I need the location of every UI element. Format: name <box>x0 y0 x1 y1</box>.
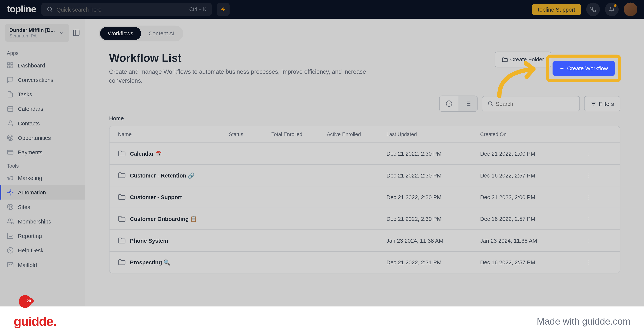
chevron-down-icon <box>59 30 65 36</box>
page-title: Workflow List <box>109 52 390 65</box>
row-updated: Dec 21 2022, 2:30 PM <box>386 215 480 222</box>
bell-icon <box>609 7 615 12</box>
svg-rect-6 <box>8 106 13 112</box>
nav-calendars[interactable]: Calendars <box>0 102 85 116</box>
tasks-icon <box>7 91 14 98</box>
list-icon <box>464 100 471 107</box>
row-updated: Dec 21 2022, 2:30 PM <box>386 172 480 178</box>
org-selector[interactable]: Dunder Mifflin [D... Scranton, PA <box>5 24 69 42</box>
bolt-icon <box>220 7 226 12</box>
nav-reporting[interactable]: Reporting <box>0 229 85 243</box>
tutorial-arrow-icon <box>495 60 542 98</box>
nav-helpdesk[interactable]: Help Desk <box>0 243 85 257</box>
svg-rect-2 <box>8 63 10 65</box>
plus-icon <box>560 66 565 71</box>
tutorial-highlight: Create Workflow <box>546 55 621 82</box>
col-status: Status <box>229 131 271 137</box>
row-updated: Dec 21 2022, 2:30 PM <box>386 150 480 157</box>
notifications-button[interactable] <box>605 3 618 16</box>
table-row[interactable]: Calendar 📅 Dec 21 2022, 2:30 PM Dec 21 2… <box>110 143 620 165</box>
row-more-button[interactable]: ⋮ <box>566 194 591 200</box>
dashboard-icon <box>7 62 14 69</box>
breadcrumb[interactable]: Home <box>99 115 631 126</box>
users-icon <box>7 218 14 225</box>
nav-opportunities[interactable]: Opportunities <box>0 131 85 145</box>
row-name: Customer - Retention 🔗 <box>130 172 194 178</box>
help-icon <box>7 247 14 254</box>
search-input[interactable] <box>56 6 186 13</box>
user-avatar[interactable] <box>624 3 637 16</box>
bolt-button[interactable] <box>217 3 229 16</box>
table-row[interactable]: Customer - Support Dec 21 2022, 2:30 PM … <box>110 186 620 208</box>
app-header: topline Ctrl + K topline Support <box>0 0 644 19</box>
notification-badge: 20 <box>24 298 34 304</box>
nav-marketing[interactable]: Marketing <box>0 171 85 185</box>
view-recent-button[interactable] <box>440 96 458 111</box>
mail-icon <box>7 261 14 268</box>
col-active: Active Enrolled <box>327 131 386 137</box>
table-row[interactable]: Customer - Retention 🔗 Dec 21 2022, 2:30… <box>110 165 620 186</box>
svg-rect-3 <box>11 63 13 65</box>
nav-payments[interactable]: Payments <box>0 145 85 159</box>
row-more-button[interactable]: ⋮ <box>566 172 591 178</box>
globe-icon <box>7 203 14 210</box>
row-created: Dec 21 2022, 2:00 PM <box>480 194 566 200</box>
org-name: Dunder Mifflin [D... <box>9 27 55 33</box>
nav-automation[interactable]: Automation <box>0 185 85 200</box>
folder-icon <box>118 193 126 201</box>
tabs: Workflows Content AI <box>99 26 184 42</box>
logo: topline <box>7 4 36 15</box>
nav-memberships[interactable]: Memberships <box>0 214 85 228</box>
global-search[interactable]: Ctrl + K <box>41 3 212 16</box>
panel-toggle-icon[interactable] <box>72 29 80 37</box>
row-updated: Jan 23 2024, 11:38 AM <box>386 237 480 244</box>
row-updated: Dec 21 2022, 2:30 PM <box>386 194 480 200</box>
guidde-logo: guidde. <box>14 314 56 328</box>
view-list-button[interactable] <box>458 96 477 111</box>
card-icon <box>7 149 14 156</box>
row-created: Dec 21 2022, 2:00 PM <box>480 150 566 157</box>
table-search[interactable] <box>482 96 580 111</box>
footer: guidde. Made with guidde.com <box>0 306 644 336</box>
row-more-button[interactable]: ⋮ <box>566 150 591 157</box>
table-search-input[interactable] <box>496 100 574 107</box>
row-more-button[interactable]: ⋮ <box>566 215 591 222</box>
svg-rect-4 <box>8 66 10 68</box>
row-more-button[interactable]: ⋮ <box>566 259 591 265</box>
col-created: Created On <box>480 131 566 137</box>
svg-point-18 <box>488 102 492 105</box>
folder-icon <box>118 171 126 179</box>
table-row[interactable]: Phone System Jan 23 2024, 11:38 AM Jan 2… <box>110 230 620 252</box>
nav-sites[interactable]: Sites <box>0 200 85 214</box>
phone-button[interactable] <box>586 3 600 16</box>
filters-button[interactable]: Filters <box>584 96 620 111</box>
col-total: Total Enrolled <box>271 131 327 137</box>
row-created: Dec 16 2022, 2:57 PM <box>480 172 566 178</box>
svg-point-10 <box>10 137 11 138</box>
row-name: Customer - Support <box>130 194 182 200</box>
nav-mailfold[interactable]: Mailfold <box>0 257 85 272</box>
search-icon <box>46 6 53 13</box>
nav-conversations[interactable]: Conversations <box>0 72 85 87</box>
tab-content-ai[interactable]: Content AI <box>141 27 182 40</box>
create-workflow-button[interactable]: Create Workflow <box>553 61 615 76</box>
table-row[interactable]: Prospecting 🔍 Dec 21 2022, 2:31 PM Dec 1… <box>110 252 620 273</box>
nav-dashboard[interactable]: Dashboard <box>0 58 85 72</box>
nav-tasks[interactable]: Tasks <box>0 87 85 102</box>
megaphone-icon <box>7 174 14 181</box>
tab-workflows[interactable]: Workflows <box>100 27 141 40</box>
calendar-icon <box>7 105 14 112</box>
user-icon <box>7 120 14 127</box>
support-button[interactable]: topline Support <box>532 4 581 15</box>
org-location: Scranton, PA <box>9 33 55 38</box>
table-row[interactable]: Customer Onboarding 📋 Dec 21 2022, 2:30 … <box>110 208 620 230</box>
row-name: Phone System <box>130 237 168 244</box>
footer-text: Made with guidde.com <box>537 316 630 327</box>
section-tools: Tools <box>0 159 85 170</box>
row-more-button[interactable]: ⋮ <box>566 237 591 244</box>
nav-contacts[interactable]: Contacts <box>0 116 85 130</box>
row-created: Dec 16 2022, 2:57 PM <box>480 215 566 222</box>
svg-rect-11 <box>8 150 13 154</box>
search-icon <box>487 101 493 107</box>
gear-icon <box>7 189 14 196</box>
